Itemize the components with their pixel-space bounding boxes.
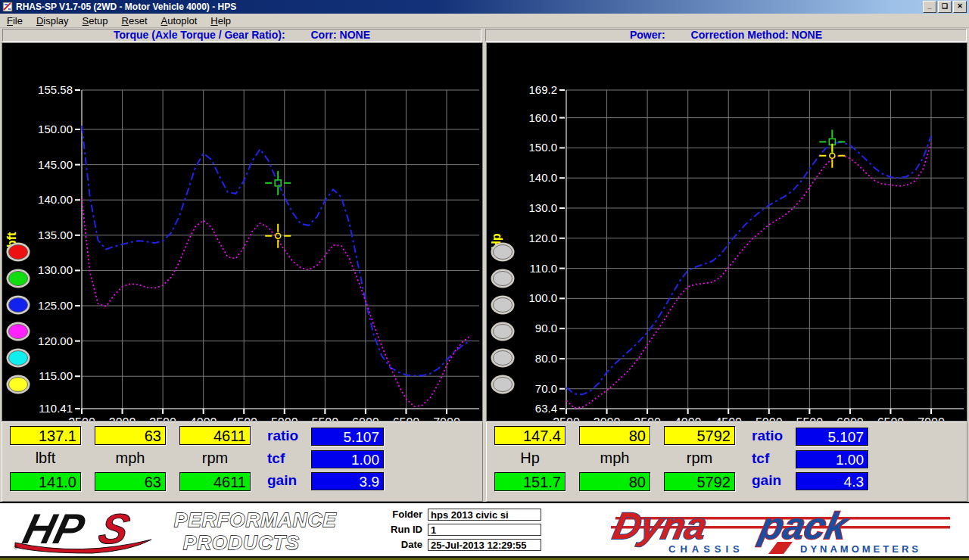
dynapack-logo-dynamometers: DYNAMOMETERS — [800, 543, 921, 555]
power-cursor1-value: 147.4 — [494, 426, 566, 445]
app-icon — [2, 2, 13, 12]
ratio-label: ratio — [267, 428, 298, 444]
hps-logo-hp: HP — [19, 506, 90, 552]
torque-chart[interactable]: 155.58150.00145.00140.00135.00130.00125.… — [2, 43, 482, 421]
hps-logo-products: PRODUCTS — [183, 531, 300, 554]
torque-run-color-button-6[interactable] — [9, 378, 28, 392]
y-tick-label: 150.0 — [528, 141, 557, 154]
power-run-color-button-5[interactable] — [494, 351, 513, 366]
torque-readout-panel: 137.1 63 4611 lbft mph rpm 141.0 63 4611… — [2, 422, 483, 502]
dynapack-logo: Dyna pack CHASSIS DYNAMOMETERS — [602, 504, 965, 557]
power-header-correction: Correction Method: NONE — [691, 29, 822, 41]
run-id-field[interactable]: 1 — [428, 524, 541, 536]
yellow-cursor[interactable] — [819, 144, 845, 168]
ratio-value: 5.107 — [796, 428, 868, 446]
power-run-color-button-3[interactable] — [494, 298, 513, 313]
torque-unit-label: lbft — [10, 450, 81, 467]
y-tick-label: 100.0 — [528, 291, 557, 304]
gain-value: 4.3 — [796, 472, 868, 490]
x-tick-label: 2500 — [553, 416, 580, 421]
torque-cursor2-rpm: 4611 — [179, 472, 251, 491]
power-run-2-blue — [566, 136, 931, 395]
menu-setup[interactable]: Setup — [76, 15, 115, 26]
y-tick-label: 130.0 — [528, 201, 557, 214]
power-chart-panel[interactable]: 169.2160.0150.0140.0130.0120.0110.0100.0… — [486, 42, 967, 422]
torque-header-correction: Corr: NONE — [310, 29, 370, 41]
torque-run-color-button-3[interactable] — [9, 298, 28, 313]
menu-autoplot[interactable]: Autoplot — [154, 15, 204, 26]
y-tick-label: 140.0 — [528, 171, 557, 184]
y-tick-label: 140.00 — [38, 193, 73, 206]
y-tick-label: 125.00 — [38, 299, 73, 312]
x-tick-label: 6000 — [837, 416, 864, 421]
speed-unit-label: mph — [95, 450, 166, 467]
x-tick-label: 6500 — [393, 416, 420, 421]
power-cursor2-value: 151.7 — [494, 472, 566, 491]
power-run-color-button-2[interactable] — [494, 272, 513, 286]
power-chart[interactable]: 169.2160.0150.0140.0130.0120.0110.0100.0… — [487, 43, 967, 421]
window-title: RHAS-SP V1.7-05 (2WD - Motor Vehicle 400… — [16, 2, 236, 12]
gain-value: 3.9 — [311, 472, 384, 490]
date-field[interactable]: 25-Jul-2013 12:29:55 — [428, 539, 541, 551]
torque-run-1-magenta — [82, 198, 471, 406]
power-header-title: Power: — [630, 29, 665, 41]
menu-reset[interactable]: Reset — [115, 15, 154, 26]
y-tick-label: 110.41 — [39, 402, 73, 415]
power-run-color-button-1[interactable] — [494, 245, 513, 260]
x-tick-label: 5500 — [796, 416, 824, 421]
torque-run-color-button-2[interactable] — [9, 272, 28, 286]
hps-logo-reg: ® — [14, 544, 18, 551]
power-cursor2-rpm: 5792 — [664, 472, 735, 491]
power-chart-header: Power: Correction Method: NONE — [485, 29, 967, 42]
torque-run-color-button-1[interactable] — [9, 245, 28, 260]
y-tick-label: 80.0 — [535, 352, 557, 365]
rpm-unit-label: rpm — [179, 450, 251, 467]
x-tick-label: 7000 — [433, 416, 460, 421]
power-cursor2-speed: 80 — [579, 472, 650, 491]
green-cursor[interactable] — [265, 171, 291, 195]
y-tick-label: 160.0 — [528, 111, 557, 124]
power-readout-panel: 147.4 80 5792 Hp mph rpm 151.7 80 5792 r… — [486, 422, 967, 502]
x-tick-label: 5000 — [756, 416, 783, 421]
y-tick-label: 150.00 — [38, 123, 73, 135]
y-tick-label: 120.0 — [528, 232, 557, 244]
torque-run-color-button-5[interactable] — [9, 351, 28, 366]
x-tick-label: 2500 — [68, 416, 95, 421]
torque-cursor1-rpm: 4611 — [179, 426, 251, 445]
power-run-color-button-6[interactable] — [494, 378, 513, 392]
y-tick-label: 70.0 — [535, 382, 557, 395]
torque-chart-panel[interactable]: 155.58150.00145.00140.00135.00130.00125.… — [2, 42, 483, 422]
torque-cursor1-speed: 63 — [95, 426, 166, 445]
x-tick-label: 3000 — [109, 416, 136, 421]
torque-cursor1-value: 137.1 — [10, 426, 81, 445]
yellow-cursor[interactable] — [265, 224, 291, 248]
x-tick-label: 3500 — [149, 416, 176, 421]
tcf-value: 1.00 — [796, 450, 868, 468]
power-unit-label: Hp — [494, 450, 566, 467]
menu-help[interactable]: Help — [204, 15, 238, 26]
menu-file[interactable]: File — [0, 15, 30, 26]
restore-button[interactable]: ❏ — [938, 1, 952, 13]
close-button[interactable]: ✕ — [953, 1, 967, 13]
folder-field[interactable]: hps 2013 civic si — [428, 509, 541, 521]
dynapack-logo-dyna: Dyna — [609, 505, 711, 547]
minimize-button[interactable]: _ — [923, 1, 936, 13]
torque-cursor2-value: 141.0 — [10, 472, 81, 491]
x-tick-label: 7000 — [918, 416, 945, 421]
power-run-color-button-4[interactable] — [494, 325, 513, 339]
x-tick-label: 5500 — [312, 416, 339, 421]
y-tick-label: 110.0 — [530, 262, 557, 275]
torque-chart-header: Torque (Axle Torque / Gear Ratio): Corr:… — [2, 29, 481, 42]
torque-header-title: Torque (Axle Torque / Gear Ratio): — [114, 29, 285, 41]
tcf-value: 1.00 — [311, 450, 384, 468]
y-tick-label: 155.58 — [38, 83, 73, 96]
torque-run-color-button-4[interactable] — [9, 325, 28, 339]
x-tick-label: 6000 — [352, 416, 379, 421]
x-tick-label: 3000 — [594, 416, 621, 421]
folder-label: Folder — [356, 509, 422, 520]
hps-logo: HP S ® PERFORMANCE PRODUCTS — [9, 506, 357, 555]
date-label: Date — [356, 539, 422, 550]
menu-display[interactable]: Display — [30, 15, 76, 26]
window-controls: _ ❏ ✕ — [923, 1, 969, 13]
gain-label: gain — [752, 472, 781, 489]
